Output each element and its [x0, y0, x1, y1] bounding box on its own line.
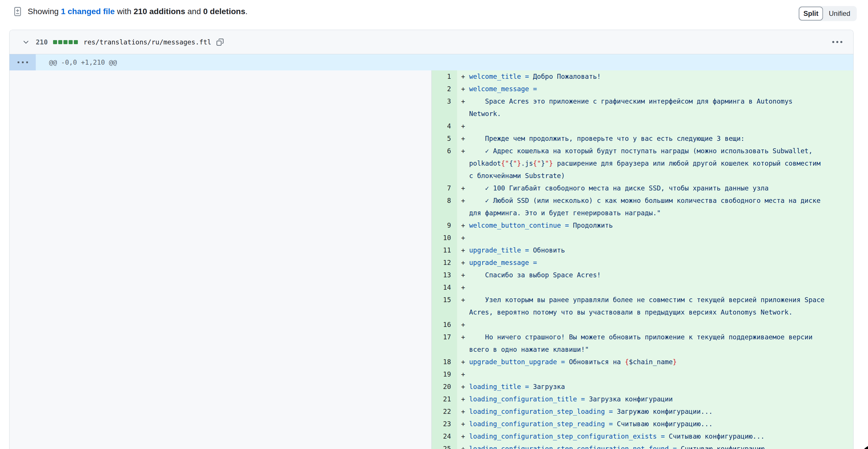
- addition-marker: +: [461, 73, 469, 80]
- diff-row: 5+ Прежде чем продолжить, проверьте что …: [9, 132, 853, 145]
- code-cell: +: [457, 319, 853, 331]
- addition-marker: +: [461, 184, 469, 192]
- line-number[interactable]: 11: [432, 244, 457, 257]
- kebab-menu-icon[interactable]: [831, 38, 843, 46]
- code-cell: + loading_configuration_step_configurati…: [457, 443, 853, 449]
- code-line: + Узел которым вы ранее управляли более …: [461, 294, 826, 319]
- empty-left-pane: [9, 83, 432, 95]
- diff-row: 22+ loading_configuration_step_loading =…: [9, 406, 853, 418]
- addition-marker: +: [461, 408, 469, 415]
- addition-marker: +: [461, 283, 469, 291]
- line-number[interactable]: 10: [432, 232, 457, 244]
- line-number[interactable]: 2: [432, 83, 457, 95]
- line-number[interactable]: 19: [432, 368, 457, 381]
- diffstat-block: [63, 40, 67, 44]
- line-number[interactable]: 21: [432, 393, 457, 406]
- file-diff-icon: [13, 7, 23, 17]
- empty-left-pane: [9, 120, 432, 132]
- changed-files-link[interactable]: 1 changed file: [61, 7, 115, 16]
- addition-marker: +: [461, 147, 469, 155]
- diffstat: [53, 40, 78, 44]
- diff-row: 18+ upgrade_button_upgrade = Обновиться …: [9, 356, 853, 368]
- code-line: + ✓ Адрес кошелька на который будут пост…: [461, 145, 826, 182]
- line-number[interactable]: 23: [432, 418, 457, 430]
- unified-view-button[interactable]: Unified: [823, 9, 856, 18]
- empty-left-pane: [9, 331, 432, 356]
- empty-left-pane: [9, 430, 432, 443]
- line-number[interactable]: 8: [432, 194, 457, 219]
- line-number[interactable]: 22: [432, 406, 457, 418]
- line-number[interactable]: 17: [432, 331, 457, 356]
- addition-marker: +: [461, 383, 469, 390]
- diff-row: 7+ ✓ 100 Гигабайт свободного места на ди…: [9, 182, 853, 194]
- copy-icon[interactable]: [216, 38, 224, 46]
- code-cell: + upgrade_title = Обновить: [457, 244, 853, 257]
- code-line: + welcome_title = Добро Пожаловать!: [461, 70, 826, 83]
- empty-left-pane: [9, 257, 432, 269]
- hunk-header-row: @@ -0,0 +1,210 @@: [9, 54, 853, 70]
- code-cell: + Спасибо за выбор Space Acres!: [457, 269, 853, 281]
- line-number[interactable]: 9: [432, 219, 457, 232]
- summary-and: and: [185, 7, 203, 16]
- code-cell: + welcome_title = Добро Пожаловать!: [457, 70, 853, 83]
- line-number[interactable]: 5: [432, 132, 457, 145]
- code-line: + loading_configuration_step_loading = З…: [461, 406, 826, 418]
- line-number[interactable]: 13: [432, 269, 457, 281]
- line-number[interactable]: 25: [432, 443, 457, 449]
- line-number[interactable]: 7: [432, 182, 457, 194]
- addition-marker: +: [461, 135, 469, 142]
- line-number[interactable]: 1: [432, 70, 457, 83]
- addition-marker: +: [461, 395, 469, 403]
- addition-marker: +: [461, 122, 469, 130]
- empty-left-pane: [9, 356, 432, 368]
- addition-marker: +: [461, 370, 469, 378]
- code-cell: + welcome_button_continue = Продолжить: [457, 219, 853, 232]
- line-number[interactable]: 24: [432, 430, 457, 443]
- empty-left-pane: [9, 132, 432, 145]
- code-line: +: [461, 232, 826, 244]
- diff-row: 13+ Спасибо за выбор Space Acres!: [9, 269, 853, 281]
- addition-marker: +: [461, 97, 469, 105]
- addition-marker: +: [461, 333, 469, 341]
- diff-view-toggle: Split Unified: [798, 6, 857, 21]
- line-number[interactable]: 14: [432, 281, 457, 294]
- line-number[interactable]: 12: [432, 257, 457, 269]
- summary-period: .: [245, 7, 248, 16]
- line-number[interactable]: 3: [432, 95, 457, 120]
- line-number[interactable]: 6: [432, 145, 457, 182]
- code-cell: + ✓ Любой SSD (или несколько) с как можн…: [457, 194, 853, 219]
- empty-left-pane: [9, 406, 432, 418]
- code-cell: + Но ничего страшного! Вы можете обновит…: [457, 331, 853, 356]
- addition-marker: +: [461, 259, 469, 266]
- code-line: + Space Acres это приложение с графическ…: [461, 95, 826, 120]
- code-cell: + upgrade_button_upgrade = Обновиться на…: [457, 356, 853, 368]
- chevron-down-icon[interactable]: [23, 39, 29, 46]
- code-line: + loading_configuration_step_configurati…: [461, 443, 826, 449]
- code-line: + ✓ Любой SSD (или несколько) с как можн…: [461, 194, 826, 219]
- code-cell: +: [457, 120, 853, 132]
- file-path[interactable]: res/translations/ru/messages.ftl: [84, 38, 211, 46]
- diffstat-block: [53, 40, 57, 44]
- empty-left-pane: [9, 269, 432, 281]
- code-line: +: [461, 319, 826, 331]
- code-cell: +: [457, 281, 853, 294]
- summary-with: with: [115, 7, 133, 16]
- code-line: + upgrade_title = Обновить: [461, 244, 826, 257]
- line-number[interactable]: 18: [432, 356, 457, 368]
- code-cell: + welcome_message =: [457, 83, 853, 95]
- line-number[interactable]: 4: [432, 120, 457, 132]
- code-cell: + loading_configuration_step_configurati…: [457, 430, 853, 443]
- line-number[interactable]: 20: [432, 381, 457, 393]
- code-cell: + ✓ Адрес кошелька на который будут пост…: [457, 145, 853, 182]
- line-number[interactable]: 16: [432, 319, 457, 331]
- diffstat-block: [58, 40, 62, 44]
- split-view-button[interactable]: Split: [799, 7, 823, 21]
- code-line: + Но ничего страшного! Вы можете обновит…: [461, 331, 826, 356]
- diff-row: 4+: [9, 120, 853, 132]
- code-cell: + Прежде чем продолжить, проверьте что у…: [457, 132, 853, 145]
- code-cell: +: [457, 232, 853, 244]
- code-line: + loading_configuration_step_reading = С…: [461, 418, 826, 430]
- expand-hunk-button[interactable]: [9, 54, 36, 70]
- addition-marker: +: [461, 234, 469, 242]
- line-number[interactable]: 15: [432, 294, 457, 319]
